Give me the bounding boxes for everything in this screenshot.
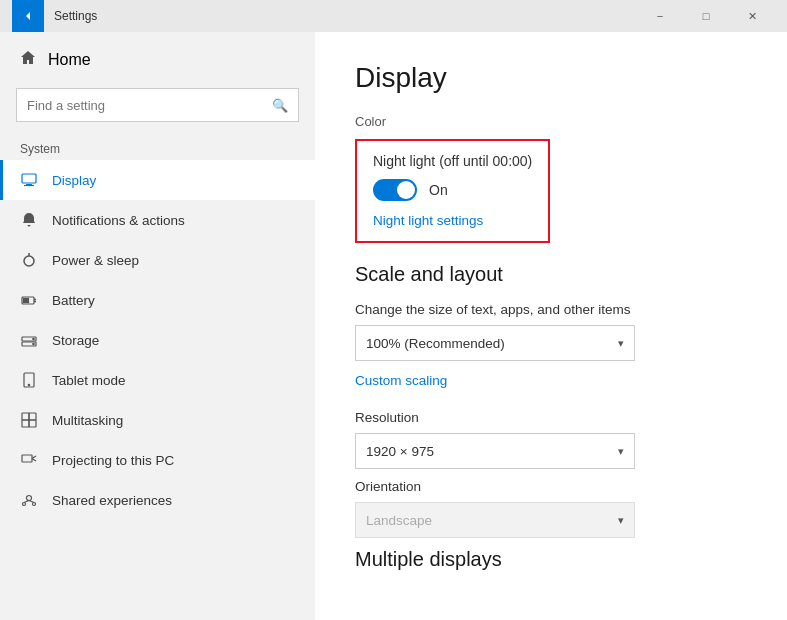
change-size-label: Change the size of text, apps, and other… <box>355 302 747 317</box>
resolution-dropdown-chevron: ▾ <box>618 445 624 458</box>
multitasking-icon <box>20 411 38 429</box>
home-label: Home <box>48 51 91 69</box>
svg-point-23 <box>27 496 32 501</box>
close-button[interactable]: ✕ <box>729 0 775 32</box>
night-light-settings-link[interactable]: Night light settings <box>373 213 483 228</box>
svg-marker-0 <box>26 12 30 20</box>
sidebar-item-tablet-label: Tablet mode <box>52 373 126 388</box>
svg-point-15 <box>28 384 29 385</box>
night-light-toggle-row: On <box>373 179 532 201</box>
titlebar: Settings − □ ✕ <box>0 0 787 32</box>
svg-rect-20 <box>22 455 32 462</box>
home-icon <box>20 50 36 70</box>
display-icon <box>20 171 38 189</box>
toggle-knob <box>397 181 415 199</box>
svg-point-13 <box>33 343 34 344</box>
minimize-button[interactable]: − <box>637 0 683 32</box>
sidebar-item-power[interactable]: Power & sleep <box>0 240 315 280</box>
svg-rect-1 <box>22 174 36 183</box>
resolution-field-label: Resolution <box>355 410 747 425</box>
page-title: Display <box>355 62 747 94</box>
storage-icon <box>20 331 38 349</box>
sidebar: Home 🔍 System Display <box>0 32 315 620</box>
orientation-dropdown: Landscape ▾ <box>355 502 635 538</box>
resolution-dropdown[interactable]: 1920 × 975 ▾ <box>355 433 635 469</box>
system-section-label: System <box>0 134 315 160</box>
tablet-icon <box>20 371 38 389</box>
shared-icon <box>20 491 38 509</box>
search-box[interactable]: 🔍 <box>16 88 299 122</box>
sidebar-item-battery[interactable]: Battery <box>0 280 315 320</box>
orientation-dropdown-chevron: ▾ <box>618 514 624 527</box>
scale-dropdown-value: 100% (Recommended) <box>366 336 505 351</box>
svg-rect-16 <box>22 413 29 420</box>
back-button[interactable] <box>12 0 44 32</box>
night-light-title: Night light (off until 00:00) <box>373 153 532 169</box>
battery-icon <box>20 291 38 309</box>
scale-layout-heading: Scale and layout <box>355 263 747 286</box>
orientation-dropdown-value: Landscape <box>366 513 432 528</box>
power-icon <box>20 251 38 269</box>
night-light-toggle[interactable] <box>373 179 417 201</box>
scale-dropdown-chevron: ▾ <box>618 337 624 350</box>
sidebar-item-shared[interactable]: Shared experiences <box>0 480 315 520</box>
sidebar-item-multitasking[interactable]: Multitasking <box>0 400 315 440</box>
sidebar-item-tablet[interactable]: Tablet mode <box>0 360 315 400</box>
sidebar-item-display[interactable]: Display <box>0 160 315 200</box>
multiple-displays-heading: Multiple displays <box>355 548 747 571</box>
sidebar-item-storage-label: Storage <box>52 333 99 348</box>
sidebar-item-battery-label: Battery <box>52 293 95 308</box>
sidebar-item-display-label: Display <box>52 173 96 188</box>
titlebar-title: Settings <box>54 9 627 23</box>
toggle-label: On <box>429 182 448 198</box>
search-input[interactable] <box>27 98 264 113</box>
night-light-box: Night light (off until 00:00) On Night l… <box>355 139 550 243</box>
maximize-button[interactable]: □ <box>683 0 729 32</box>
sidebar-item-multitasking-label: Multitasking <box>52 413 123 428</box>
svg-point-24 <box>23 503 26 506</box>
main-container: Home 🔍 System Display <box>0 32 787 620</box>
scale-dropdown[interactable]: 100% (Recommended) ▾ <box>355 325 635 361</box>
sidebar-item-shared-label: Shared experiences <box>52 493 172 508</box>
svg-point-4 <box>24 256 34 266</box>
color-section-label: Color <box>355 114 747 129</box>
sidebar-home[interactable]: Home <box>0 32 315 88</box>
sidebar-item-storage[interactable]: Storage <box>0 320 315 360</box>
custom-scaling-link[interactable]: Custom scaling <box>355 373 447 388</box>
sidebar-item-projecting-label: Projecting to this PC <box>52 453 174 468</box>
svg-rect-17 <box>29 413 36 420</box>
svg-line-27 <box>29 501 34 503</box>
search-icon: 🔍 <box>272 98 288 113</box>
window-controls: − □ ✕ <box>637 0 775 32</box>
resolution-dropdown-value: 1920 × 975 <box>366 444 434 459</box>
sidebar-item-power-label: Power & sleep <box>52 253 139 268</box>
svg-rect-9 <box>24 299 29 303</box>
orientation-field-label: Orientation <box>355 479 747 494</box>
projecting-icon <box>20 451 38 469</box>
svg-rect-18 <box>22 420 29 427</box>
svg-rect-19 <box>29 420 36 427</box>
svg-line-26 <box>24 501 29 503</box>
svg-point-25 <box>33 503 36 506</box>
content-area: Display Color Night light (off until 00:… <box>315 32 787 620</box>
sidebar-item-projecting[interactable]: Projecting to this PC <box>0 440 315 480</box>
sidebar-item-notifications[interactable]: Notifications & actions <box>0 200 315 240</box>
sidebar-item-notifications-label: Notifications & actions <box>52 213 185 228</box>
svg-point-12 <box>33 338 34 339</box>
notifications-icon <box>20 211 38 229</box>
